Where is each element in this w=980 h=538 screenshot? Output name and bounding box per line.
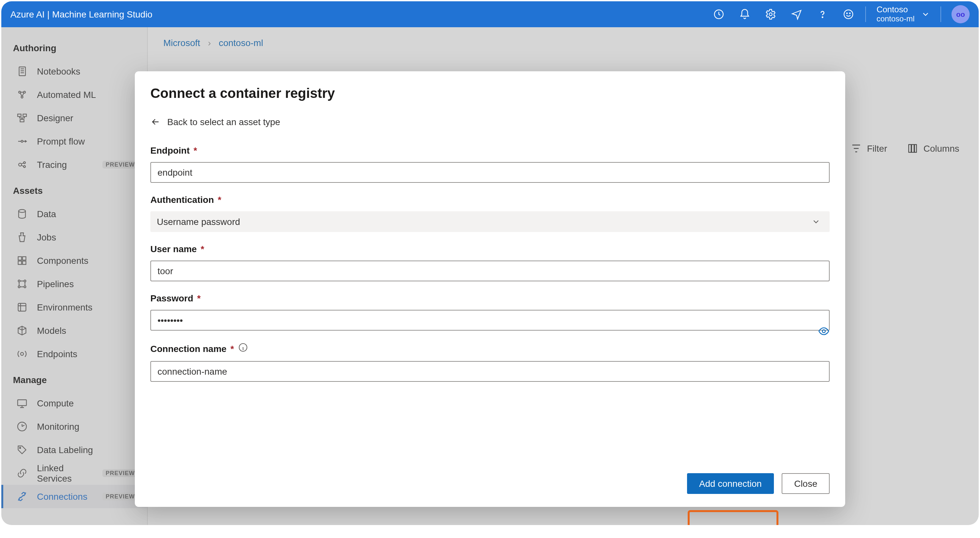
connection-name-label: Connection name* <box>150 342 830 355</box>
eye-icon[interactable] <box>818 325 830 339</box>
password-input[interactable] <box>150 310 830 331</box>
user-avatar[interactable]: oo <box>951 5 970 23</box>
chevron-down-icon <box>811 217 821 226</box>
help-icon[interactable] <box>810 1 836 27</box>
back-link-label: Back to select an asset type <box>167 117 280 127</box>
password-label: Password* <box>150 293 830 303</box>
svg-point-4 <box>847 13 848 14</box>
svg-point-3 <box>844 10 853 19</box>
svg-point-35 <box>822 330 826 333</box>
authentication-value: Username password <box>157 216 240 227</box>
arrow-left-icon <box>150 117 161 127</box>
header-divider <box>865 6 866 22</box>
chevron-down-icon <box>921 10 930 19</box>
svg-point-1 <box>769 13 772 16</box>
authentication-select[interactable]: Username password <box>150 211 830 232</box>
workspace-name: contoso-ml <box>877 14 915 24</box>
info-icon[interactable] <box>238 342 248 355</box>
workspace-picker[interactable]: Contoso contoso-ml <box>870 5 937 23</box>
username-input[interactable] <box>150 261 830 281</box>
connect-registry-dialog: Connect a container registry Back to sel… <box>135 71 845 507</box>
add-connection-button[interactable]: Add connection <box>687 473 774 494</box>
connection-name-input[interactable] <box>150 361 830 382</box>
svg-point-2 <box>822 17 823 18</box>
settings-icon[interactable] <box>758 1 784 27</box>
smile-icon[interactable] <box>836 1 862 27</box>
endpoint-input[interactable] <box>150 162 830 183</box>
top-header: Azure AI | Machine Learning Studio Conto… <box>1 1 979 27</box>
close-button[interactable]: Close <box>782 473 830 494</box>
username-label: User name* <box>150 244 830 254</box>
notifications-icon[interactable] <box>732 1 758 27</box>
endpoint-label: Endpoint* <box>150 145 830 156</box>
header-divider-2 <box>940 6 941 22</box>
feedback-icon[interactable] <box>784 1 810 27</box>
recent-icon[interactable] <box>706 1 732 27</box>
dialog-title: Connect a container registry <box>150 86 830 101</box>
svg-point-5 <box>850 13 850 14</box>
authentication-label: Authentication* <box>150 194 830 205</box>
directory-name: Contoso <box>877 5 915 14</box>
brand-title: Azure AI | Machine Learning Studio <box>10 9 152 19</box>
back-link[interactable]: Back to select an asset type <box>150 117 830 127</box>
